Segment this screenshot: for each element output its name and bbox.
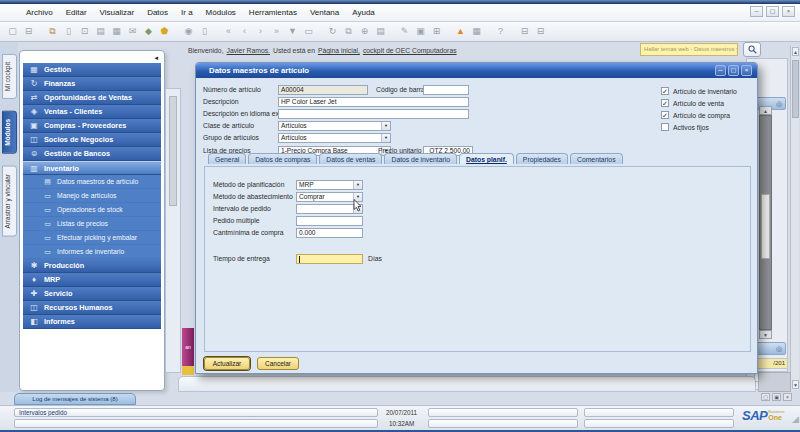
chevron-down-icon[interactable]: ▼ xyxy=(353,181,362,189)
panel-scrollbar-thumb[interactable] xyxy=(761,194,770,259)
scroll-up-icon[interactable]: ▲ xyxy=(792,47,799,56)
refresh-icon[interactable]: ↻ xyxy=(326,25,339,38)
menu-item[interactable]: Herramientas xyxy=(249,8,297,17)
tab-datos-de-inventario[interactable]: Datos de inventario xyxy=(384,153,457,164)
copy-icon[interactable]: ⧉ xyxy=(46,25,59,38)
item-class-select[interactable]: Artículos▼ xyxy=(278,121,391,131)
sidebar-subitem-operaciones-de-stock[interactable]: ▭ Operaciones de stock xyxy=(23,203,161,217)
sidebar-item-inventario[interactable]: ▥ Inventario xyxy=(23,161,161,175)
checkbox-activos-fijos[interactable]: Activos fijos xyxy=(661,121,737,133)
checkbox-articulo-de-compra[interactable]: Artículo de compra xyxy=(661,109,737,121)
help-icon[interactable]: ? xyxy=(494,25,507,38)
sidebar-item-servicio[interactable]: ✚ Servicio xyxy=(23,287,161,301)
checkbox-icon[interactable] xyxy=(661,123,669,131)
document2-icon[interactable]: ▯ xyxy=(198,25,211,38)
dialog-titlebar[interactable]: Datos maestros de artículo xyxy=(196,63,757,78)
search-input[interactable]: Hallar temas web - Datos maestros y docu… xyxy=(640,43,738,56)
form-settings-icon[interactable]: ▣ xyxy=(414,25,427,38)
sidebar-collapse-icon[interactable]: ◂ xyxy=(154,54,158,62)
mail-icon[interactable]: ✉ xyxy=(126,25,139,38)
sidebar-item-informes[interactable]: ◧ Informes xyxy=(23,315,161,329)
menu-item[interactable]: Archivo xyxy=(26,8,53,17)
last-record-icon[interactable]: » xyxy=(270,25,283,38)
main-scrollbar-thumb[interactable] xyxy=(792,60,799,118)
foreign-description-field[interactable] xyxy=(278,109,469,119)
date-cell[interactable]: /201 xyxy=(754,358,788,369)
launch-icon[interactable]: ◆ xyxy=(142,25,155,38)
menu-item[interactable]: Ventana xyxy=(310,8,339,17)
close-icon[interactable]: × xyxy=(782,6,795,17)
previous-record-icon[interactable]: ‹ xyxy=(238,25,251,38)
tab-comentarios[interactable]: Comentarios xyxy=(570,153,623,164)
sidebar-item-ventas-clientes[interactable]: ◈ Ventas - Clientes xyxy=(23,105,161,119)
tab-propiedades[interactable]: Propiedades xyxy=(516,153,568,164)
sort-icon[interactable]: ▭ xyxy=(302,25,315,38)
item-group-select[interactable]: Artículos▼ xyxy=(278,133,391,143)
rail-tab-modulos[interactable]: Módulos xyxy=(2,111,17,154)
sidebar-item-socios-de-negocios[interactable]: ◫ Socios de Negocios xyxy=(23,133,161,147)
lock-icon[interactable]: ⊡ xyxy=(78,25,91,38)
maximize-icon[interactable]: ▢ xyxy=(728,65,739,76)
maximize-icon[interactable]: ▣ xyxy=(772,393,781,401)
system-messages-log-tab[interactable]: Log de mensajes de sistema (8) xyxy=(14,393,136,405)
tab-datos-planif[interactable]: Datos planif. xyxy=(459,153,514,164)
find-icon[interactable]: ◉ xyxy=(182,25,195,38)
scroll-up-icon[interactable]: ▲ xyxy=(759,106,772,115)
close-icon[interactable]: × xyxy=(783,393,792,401)
background-scrollbar-thumb[interactable] xyxy=(169,96,177,206)
sidebar-subitem-datos-maestros-de-articulo[interactable]: ▤ Datos maestros de artículo xyxy=(23,175,161,189)
sidebar-subitem-informes-de-inventario[interactable]: ▭ Informes de inventario xyxy=(23,245,161,259)
scroll-down-icon[interactable]: ▼ xyxy=(759,330,772,339)
excel-export-icon[interactable]: ▤ xyxy=(94,25,107,38)
sidebar-item-compras-proveedores[interactable]: ▣ Compras - Proveedores xyxy=(23,119,161,133)
sidebar-item-gestion[interactable]: ▦ Gestión xyxy=(23,63,161,77)
authorization-lock-icon[interactable]: ⬟ xyxy=(158,25,171,38)
lead-time-field[interactable] xyxy=(296,254,363,264)
menu-item[interactable]: Datos xyxy=(147,8,168,17)
checkbox-articulo-de-inventario[interactable]: Artículo de inventario xyxy=(661,85,737,97)
checkbox-icon[interactable] xyxy=(661,99,669,107)
scroll-down-icon[interactable]: ▼ xyxy=(792,380,799,389)
welcome-company-link[interactable]: cockpit de OEC Computadoras xyxy=(363,47,457,54)
menu-item[interactable]: Editar xyxy=(66,8,87,17)
documents-icon[interactable]: ⧉ xyxy=(342,25,355,38)
checkbox-icon[interactable] xyxy=(661,111,669,119)
warning-icon[interactable]: ▲ xyxy=(454,25,467,38)
checkbox-articulo-de-venta[interactable]: Artículo de venta xyxy=(661,97,737,109)
menu-item[interactable]: Visualizar xyxy=(100,8,135,17)
panel-scrollbar-track[interactable] xyxy=(759,115,772,330)
next-record-icon[interactable]: › xyxy=(254,25,267,38)
word-export-icon[interactable]: ▦ xyxy=(110,25,123,38)
order-multiple-field[interactable] xyxy=(296,216,363,226)
close-icon[interactable]: × xyxy=(741,65,752,76)
chevron-down-icon[interactable]: ▼ xyxy=(381,134,390,142)
welcome-user-link[interactable]: Javier Ramos. xyxy=(227,47,270,54)
cancel-button[interactable]: Cancelar xyxy=(257,357,299,370)
welcome-page-link[interactable]: Página inicial, xyxy=(318,47,360,54)
sidebar-item-recursos-humanos[interactable]: ◫ Recursos Humanos xyxy=(23,301,161,315)
menu-item[interactable]: Ayuda xyxy=(352,8,375,17)
new-document-icon[interactable]: ▢ xyxy=(6,25,19,38)
settings-icon[interactable]: ⊞ xyxy=(430,25,443,38)
filter-icon[interactable]: ▼ xyxy=(286,25,299,38)
restore-icon[interactable]: ▢ xyxy=(761,393,770,401)
search-button[interactable] xyxy=(743,42,761,57)
sidebar-item-gestion-de-bancos[interactable]: ⊜ Gestión de Bancos xyxy=(23,147,161,161)
pushpin-icon[interactable]: ◎ xyxy=(776,345,782,352)
calculator2-icon[interactable]: ⊟ xyxy=(534,25,547,38)
planning-method-select[interactable]: MRP▼ xyxy=(296,180,363,190)
print-icon[interactable]: ⊟ xyxy=(22,25,35,38)
update-button[interactable]: Actualizar xyxy=(204,357,250,370)
menu-item[interactable]: Módulos xyxy=(206,8,236,17)
sidebar-item-oportunidades-de-ventas[interactable]: ⇄ Oportunidades de Ventas xyxy=(23,91,161,105)
pushpin-icon[interactable]: ◎ xyxy=(776,100,782,107)
tab-datos-de-ventas[interactable]: Datos de ventas xyxy=(319,153,382,164)
link-icon[interactable]: ⊕ xyxy=(358,25,371,38)
sidebar-item-mrp[interactable]: ♦ MRP xyxy=(23,273,161,287)
minimum-order-qty-field[interactable]: 0.000 xyxy=(296,228,363,238)
restore-icon[interactable]: ▢ xyxy=(766,6,779,17)
first-record-icon[interactable]: « xyxy=(222,25,235,38)
sidebar-subitem-listas-de-precios[interactable]: ▭ Listas de precios xyxy=(23,217,161,231)
barcode-field[interactable] xyxy=(423,85,469,95)
rail-tab-mi-cockpit[interactable]: Mi cockpit xyxy=(2,54,17,99)
